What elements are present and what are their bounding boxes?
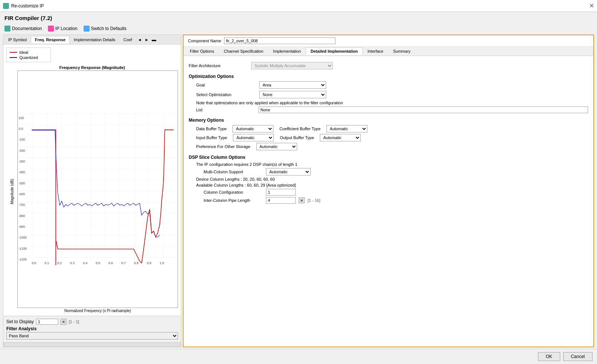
y-axis-container: Magnitude (dB) <box>6 70 17 313</box>
ideal-label: Ideal <box>19 50 28 55</box>
filter-arch-row: Filter Architecture Systolic Multiply Ac… <box>189 62 588 69</box>
svg-text:-700: -700 <box>19 203 25 207</box>
input-buffer-select[interactable]: AutomaticDistributedM9K <box>233 134 274 141</box>
svg-text:0.2: 0.2 <box>57 261 62 265</box>
folder-icon <box>48 26 54 32</box>
memory-row2: Input Buffer Type AutomaticDistributedM9… <box>196 134 588 141</box>
input-buffer-label: Input Buffer Type <box>196 135 227 140</box>
cancel-button[interactable]: Cancel <box>563 352 593 361</box>
dsp-content: The IP configuration requires 2 DSP chai… <box>189 162 588 204</box>
right-panel: Component Name Filter Options Channel Sp… <box>183 35 594 347</box>
quantized-line <box>10 57 17 58</box>
y-axis-label: Magnitude (dB) <box>10 179 14 204</box>
ip-location-label: IP Location <box>55 26 78 31</box>
tab-forward-arrow[interactable]: ► <box>143 37 150 43</box>
svg-text:0.4: 0.4 <box>83 261 87 265</box>
chart-inner: 100 0.0 -100 -200 -300 -400 -500 -600 -7… <box>17 70 178 313</box>
coeff-buffer-select[interactable]: AutomaticDistributedM9K <box>327 125 367 132</box>
ok-button[interactable]: OK <box>538 352 560 361</box>
tab-ip-symbol[interactable]: IP Symbol <box>4 36 31 43</box>
filter-arch-select[interactable]: Systolic Multiply Accumulate <box>251 62 333 69</box>
svg-text:-300: -300 <box>19 160 25 163</box>
inter-col-label: Inter-Column Pipe Length <box>204 198 263 203</box>
preference-select[interactable]: AutomaticDistributedM9K <box>256 143 297 150</box>
tab-coef[interactable]: Coef <box>119 36 136 43</box>
tab-implementation-details[interactable]: Implementation Details <box>69 36 119 43</box>
ip-location-button[interactable]: IP Location <box>48 26 78 32</box>
tab-implementation[interactable]: Implementation <box>268 47 306 55</box>
svg-text:-1200: -1200 <box>19 258 27 261</box>
refresh-icon <box>84 26 90 32</box>
tab-freq-response[interactable]: Freq. Response <box>31 36 70 43</box>
tab-interface[interactable]: Interface <box>363 47 388 55</box>
memory-row3: Preference For Other Storage AutomaticDi… <box>196 143 588 150</box>
bottom-bar: OK Cancel <box>0 349 597 364</box>
switch-defaults-button[interactable]: Switch to Defaults <box>84 26 127 32</box>
documentation-button[interactable]: Documentation <box>4 26 42 32</box>
app-header: FIR Compiler (7.2) <box>0 12 597 24</box>
memory-row1: Data Buffer Type AutomaticDistributedM9K… <box>196 125 588 132</box>
main-window: FIR Compiler (7.2) Documentation IP Loca… <box>0 12 597 364</box>
filter-arch-label: Filter Architecture <box>189 63 248 68</box>
component-name-input[interactable] <box>224 37 335 44</box>
select-opt-row: Select Optimization None Even Symmetric … <box>196 91 588 98</box>
right-content: Filter Architecture Systolic Multiply Ac… <box>184 56 593 347</box>
data-buffer-select[interactable]: AutomaticDistributedM9K <box>233 125 273 132</box>
tab-list-button[interactable]: ▬ <box>150 36 158 43</box>
available-col-info: Available Column Lengths : 60, 60, 29 [A… <box>196 183 588 187</box>
preference-label: Preference For Other Storage <box>196 144 250 149</box>
svg-text:100: 100 <box>19 116 24 120</box>
titlebar: Re-customize IP ✕ <box>0 0 597 12</box>
toolbar: Documentation IP Location Switch to Defa… <box>0 24 597 33</box>
chart-legend: Ideal Quantized <box>6 47 51 62</box>
output-buffer-select[interactable]: AutomaticDistributedM9K <box>320 134 361 141</box>
chart-wrapper: Magnitude (dB) <box>6 70 178 313</box>
tab-filter-options[interactable]: Filter Options <box>185 47 219 55</box>
clear-display-button[interactable]: ✕ <box>61 319 66 325</box>
legend-quantized: Quantized <box>10 55 48 60</box>
quantized-label: Quantized <box>19 55 38 60</box>
col-config-row: Column Configuration <box>204 189 588 196</box>
tab-back-arrow[interactable]: ◄ <box>136 37 143 43</box>
horizontal-scrollbar[interactable] <box>3 342 181 347</box>
titlebar-left: Re-customize IP <box>3 3 44 9</box>
pass-band-select[interactable]: Pass Band <box>6 332 178 340</box>
dsp-header: DSP Slice Column Options <box>189 155 588 160</box>
clear-inter-col-button[interactable]: ✕ <box>299 197 305 203</box>
select-opt-select[interactable]: None Even Symmetric Odd Symmetric <box>259 91 326 98</box>
close-button[interactable]: ✕ <box>589 2 594 9</box>
x-axis-label: Normalized Frequency (x PI rad/sample) <box>17 309 178 313</box>
tab-summary[interactable]: Summary <box>388 47 415 55</box>
display-range: [1 - 1] <box>69 319 79 324</box>
goal-select[interactable]: Area Speed Balanced <box>259 81 326 89</box>
list-input[interactable] <box>259 106 588 113</box>
left-tab-bar: IP Symbol Freq. Response Implementation … <box>3 35 181 45</box>
svg-rect-0 <box>18 114 178 265</box>
documentation-icon <box>4 26 10 32</box>
component-name-label: Component Name <box>188 39 221 43</box>
svg-text:-900: -900 <box>19 225 25 229</box>
svg-text:0.0: 0.0 <box>32 261 36 265</box>
legend-ideal: Ideal <box>10 50 48 55</box>
inter-col-input[interactable] <box>266 197 296 204</box>
frequency-response-chart: 100 0.0 -100 -200 -300 -400 -500 -600 -7… <box>17 70 178 308</box>
col-config-input[interactable] <box>266 189 296 196</box>
tab-channel-specification[interactable]: Channel Specification <box>219 47 268 55</box>
set-to-display-label: Set to Display <box>6 319 34 324</box>
svg-text:0.9: 0.9 <box>147 261 151 265</box>
svg-text:-1100: -1100 <box>19 247 27 250</box>
select-opt-label: Select Optimization <box>196 92 256 97</box>
svg-text:-200: -200 <box>19 149 25 153</box>
svg-text:-500: -500 <box>19 181 25 185</box>
display-input[interactable] <box>36 319 58 325</box>
col-config-label: Column Configuration <box>204 190 263 194</box>
documentation-label: Documentation <box>12 26 42 31</box>
multi-col-select[interactable]: Automatic Manual <box>266 168 311 176</box>
output-buffer-label: Output Buffer Type <box>280 135 314 140</box>
svg-text:-400: -400 <box>19 170 25 174</box>
svg-text:0.7: 0.7 <box>121 261 126 265</box>
svg-text:0.0: 0.0 <box>19 127 23 131</box>
tab-detailed-implementation[interactable]: Detailed Implementation <box>306 47 363 55</box>
svg-text:-1000: -1000 <box>19 236 27 239</box>
optimization-header: Optimization Options <box>189 74 588 79</box>
